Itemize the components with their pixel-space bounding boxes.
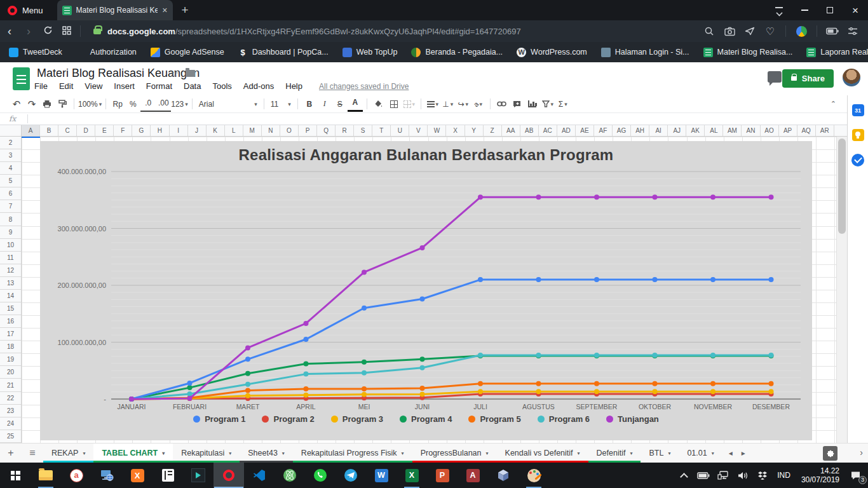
- battery-saver-icon[interactable]: [824, 24, 841, 39]
- column-header-AB[interactable]: AB: [520, 125, 539, 136]
- row-header-2[interactable]: 2: [0, 137, 21, 149]
- row-header-20[interactable]: 20: [0, 366, 21, 379]
- row-header-19[interactable]: 19: [0, 353, 21, 366]
- row-header-10[interactable]: 10: [0, 239, 21, 252]
- row-header-12[interactable]: 12: [0, 264, 21, 277]
- notifications-icon[interactable]: 3: [848, 466, 863, 484]
- column-header-O[interactable]: O: [280, 125, 299, 136]
- sheet-tab-kendali-vs-defenitif[interactable]: Kendali vs Defenitif▾: [497, 444, 588, 463]
- format-percent-button[interactable]: %: [125, 97, 140, 112]
- filter-button[interactable]: ▾: [540, 97, 555, 112]
- share-button[interactable]: Share: [782, 69, 834, 88]
- comments-icon[interactable]: [768, 71, 782, 83]
- row-header-5[interactable]: 5: [0, 175, 21, 187]
- legend-program-1[interactable]: Program 1: [193, 414, 245, 424]
- row-header-8[interactable]: 8: [0, 213, 21, 226]
- taskbar-atom[interactable]: [275, 463, 305, 488]
- tab-scroll-left-icon[interactable]: ◂: [729, 449, 733, 458]
- vertical-align-button[interactable]: ⊥▾: [440, 97, 456, 112]
- sheet-tab-menu-icon[interactable]: ▾: [668, 451, 670, 456]
- taskbar-whatsapp[interactable]: [305, 463, 336, 488]
- bold-button[interactable]: B: [302, 97, 317, 112]
- tasks-icon[interactable]: [851, 154, 864, 166]
- row-header-11[interactable]: 11: [0, 252, 21, 264]
- restore-button[interactable]: [817, 0, 843, 20]
- speed-dial-icon[interactable]: [57, 25, 76, 37]
- sheet-tab-rekap[interactable]: REKAP▾: [43, 444, 93, 463]
- url-text[interactable]: docs.google.com/spreadsheets/d/1HXcRtjxg…: [107, 27, 700, 36]
- toolbar-collapse-icon[interactable]: ⌃: [831, 95, 836, 112]
- volume-icon[interactable]: [735, 466, 750, 484]
- search-icon[interactable]: [700, 24, 718, 39]
- sheets-logo-icon[interactable]: [13, 67, 30, 90]
- row-header-13[interactable]: 13: [0, 277, 21, 290]
- functions-button[interactable]: Σ▾: [555, 97, 571, 112]
- menu-data[interactable]: Data: [184, 81, 201, 91]
- send-to-device-icon[interactable]: [741, 24, 759, 39]
- add-sheet-button[interactable]: +: [0, 444, 22, 463]
- forward-icon[interactable]: ›: [19, 25, 38, 37]
- tab-close-icon[interactable]: ×: [162, 5, 167, 15]
- move-folder-icon[interactable]: [186, 70, 195, 77]
- scrollbar-thumb[interactable]: [838, 139, 846, 234]
- row-header-16[interactable]: 16: [0, 315, 21, 328]
- bookmark-dashboard-popca[interactable]: $Dashboard | PopCa...: [238, 48, 329, 57]
- column-header-W[interactable]: W: [428, 125, 446, 136]
- battery-icon[interactable]: [696, 466, 711, 484]
- taskbar-xampp[interactable]: X: [122, 463, 153, 488]
- column-header-AR[interactable]: AR: [816, 125, 834, 136]
- column-header-Y[interactable]: Y: [465, 125, 484, 136]
- column-header-M[interactable]: M: [243, 125, 262, 136]
- ssl-lock-icon[interactable]: [93, 29, 101, 34]
- legend-program-3[interactable]: Program 3: [331, 414, 383, 424]
- insert-chart-button[interactable]: [525, 97, 540, 112]
- column-header-B[interactable]: B: [40, 125, 58, 136]
- column-header-J[interactable]: J: [188, 125, 207, 136]
- taskbar-ares[interactable]: a: [61, 463, 92, 488]
- formula-bar[interactable]: fx: [0, 112, 868, 125]
- vertical-scrollbar[interactable]: [836, 137, 847, 443]
- tab-cycler-button[interactable]: [766, 0, 792, 20]
- idm-extension-icon[interactable]: [792, 24, 810, 39]
- sheet-tab-rekapitulasi-progress-fisik[interactable]: Rekapitulasi Progress Fisik▾: [293, 444, 412, 463]
- text-color-button[interactable]: A: [348, 97, 363, 112]
- bookmark-web-topup[interactable]: Web TopUp: [342, 48, 398, 57]
- network-icon[interactable]: [715, 466, 731, 484]
- italic-button[interactable]: I: [317, 97, 332, 112]
- column-header-AE[interactable]: AE: [576, 125, 594, 136]
- column-header-AL[interactable]: AL: [705, 125, 723, 136]
- panel-collapse-icon[interactable]: ›: [860, 447, 863, 458]
- column-header-AH[interactable]: AH: [631, 125, 649, 136]
- explore-button[interactable]: [823, 446, 837, 461]
- menu-help[interactable]: Help: [285, 81, 302, 91]
- column-header-AI[interactable]: AI: [649, 125, 668, 136]
- column-header-AN[interactable]: AN: [742, 125, 760, 136]
- column-header-AC[interactable]: AC: [539, 125, 557, 136]
- clock[interactable]: 14.22 30/07/2019: [797, 466, 843, 484]
- back-icon[interactable]: ‹: [0, 25, 19, 37]
- spreadsheet-grid[interactable]: 2345678910111213141516171819202122232425…: [0, 137, 847, 443]
- sheet-tab-menu-icon[interactable]: ▾: [712, 451, 714, 456]
- row-header-17[interactable]: 17: [0, 328, 21, 341]
- taskbar-access[interactable]: A: [458, 463, 488, 488]
- text-rotation-button[interactable]: a▾: [471, 97, 486, 112]
- column-header-H[interactable]: H: [151, 125, 169, 136]
- row-header-9[interactable]: 9: [0, 226, 21, 239]
- column-header-AM[interactable]: AM: [723, 125, 742, 136]
- column-header-AF[interactable]: AF: [594, 125, 613, 136]
- decrease-decimal-button[interactable]: .0: [140, 97, 156, 112]
- sheet-tab-menu-icon[interactable]: ▾: [229, 451, 231, 456]
- column-header-U[interactable]: U: [391, 125, 409, 136]
- increase-decimal-button[interactable]: .00: [156, 97, 171, 112]
- menu-view[interactable]: View: [85, 81, 102, 91]
- fill-color-button[interactable]: [371, 97, 386, 112]
- bookmark-laporan-real-time[interactable]: Laporan Real Time...: [806, 48, 868, 57]
- tray-expand-icon[interactable]: [676, 466, 691, 484]
- bookmark-authorization[interactable]: Authorization: [76, 48, 137, 57]
- column-header-R[interactable]: R: [336, 125, 354, 136]
- taskbar-telegram[interactable]: [336, 463, 366, 488]
- avatar[interactable]: [843, 69, 860, 86]
- column-header-AO[interactable]: AO: [761, 125, 779, 136]
- row-header-21[interactable]: 21: [0, 379, 21, 391]
- font-select[interactable]: Arial▾: [196, 97, 260, 112]
